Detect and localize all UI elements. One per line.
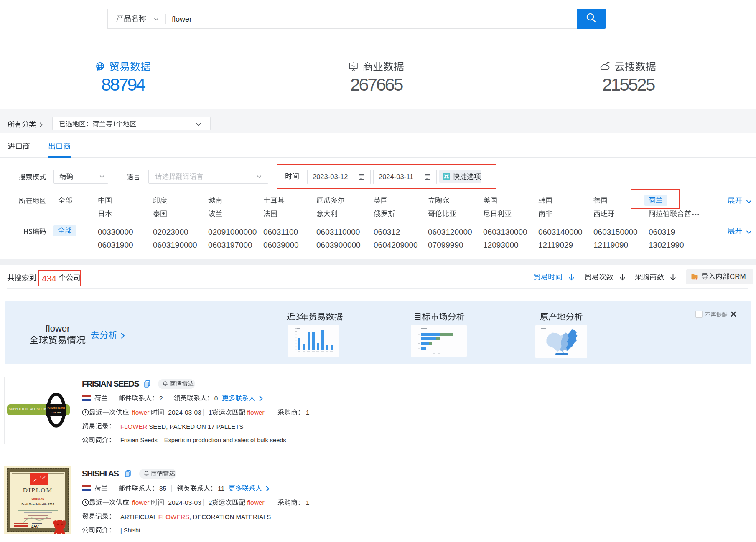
svg-text:EXPERTS: EXPERTS: [51, 411, 61, 414]
svg-text:FLOWER BLEND: FLOWER BLEND: [48, 407, 65, 409]
